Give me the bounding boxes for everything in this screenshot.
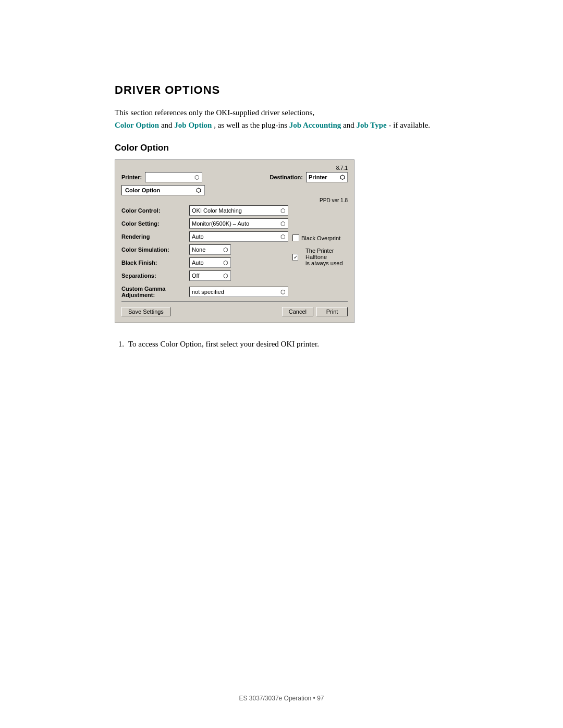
subsection-title: Color Option xyxy=(115,143,448,153)
printer-halftone-checkbox[interactable]: ✓ xyxy=(292,254,298,261)
custom-gamma-value: not specified xyxy=(192,289,224,295)
color-control-arrow: ⬡ xyxy=(280,207,286,214)
color-setting-select[interactable]: Monitor(6500K) – Auto ⬡ xyxy=(189,218,288,229)
color-simulation-label: Color Simulation: xyxy=(121,246,189,253)
printer-halftone-line1: The Printer Halftone xyxy=(305,248,348,260)
custom-gamma-row: Custom GammaAdjustment: not specified ⬡ xyxy=(121,286,348,298)
color-setting-arrow: ⬡ xyxy=(280,220,286,227)
printer-select-arrow: ⬡ xyxy=(194,174,200,181)
color-simulation-arrow: ⬡ xyxy=(223,246,228,253)
color-setting-value: Monitor(6500K) – Auto xyxy=(192,220,249,227)
list-item: 1. To access Color Option, first select … xyxy=(115,338,448,350)
black-finish-arrow: ⬡ xyxy=(223,260,228,266)
color-control-control: OKI Color Matching ⬡ xyxy=(189,205,288,216)
custom-gamma-label1: Custom Gamma xyxy=(121,286,165,292)
printer-dialog: 8.7.1 Printer: ⬡ Destination: Printer ⬡ xyxy=(115,159,354,323)
color-setting-label: Color Setting: xyxy=(121,220,189,227)
custom-gamma-arrow: ⬡ xyxy=(280,289,286,295)
printer-halftone-row: ✓ The Printer Halftone is always used xyxy=(292,248,348,266)
intro-end-1: , as well as the plug-ins xyxy=(214,121,289,129)
instruction-list: 1. To access Color Option, first select … xyxy=(115,338,448,350)
separations-select[interactable]: Off ⬡ xyxy=(189,270,231,281)
job-option-link[interactable]: Job Option xyxy=(174,121,212,129)
destination-arrow: ⬡ xyxy=(340,174,345,181)
color-option-value: Color Option xyxy=(125,187,160,193)
destination-label: Destination: xyxy=(270,174,303,180)
list-number: 1. xyxy=(115,338,124,350)
rendering-control: Auto ⬡ xyxy=(189,231,288,242)
rendering-arrow: ⬡ xyxy=(280,233,286,240)
cancel-button[interactable]: Cancel xyxy=(282,307,313,316)
dialog-version: 8.7.1 xyxy=(121,165,348,171)
printer-halftone-label: The Printer Halftone is always used xyxy=(305,248,348,266)
intro-and-2: and xyxy=(343,121,356,129)
separations-control: Off ⬡ xyxy=(189,270,288,281)
dialog-footer: Save Settings Cancel Print xyxy=(121,307,348,316)
rendering-select[interactable]: Auto ⬡ xyxy=(189,231,288,242)
color-option-arrow: ⬡ xyxy=(196,187,201,194)
custom-gamma-control: not specified ⬡ xyxy=(189,287,348,297)
color-control-select[interactable]: OKI Color Matching ⬡ xyxy=(189,205,288,216)
separations-label: Separations: xyxy=(121,273,189,279)
custom-gamma-label: Custom GammaAdjustment: xyxy=(121,286,189,298)
print-button[interactable]: Print xyxy=(316,307,348,316)
footer-text: ES 3037/3037e Operation • 97 xyxy=(239,695,324,702)
color-option-link[interactable]: Color Option xyxy=(115,121,159,129)
split-layout: Color Control: OKI Color Matching ⬡ Colo… xyxy=(121,205,348,283)
rendering-label: Rendering xyxy=(121,233,189,240)
rendering-row: Rendering Auto ⬡ xyxy=(121,231,288,242)
custom-gamma-select[interactable]: not specified ⬡ xyxy=(189,287,288,297)
intro-suffix: - if available. xyxy=(389,121,431,129)
intro-paragraph: This section references only the OKI-sup… xyxy=(115,106,448,131)
black-finish-label: Black Finish: xyxy=(121,260,189,266)
color-simulation-control: None ⬡ xyxy=(189,244,288,255)
rendering-value: Auto xyxy=(192,233,204,240)
black-overprint-checkbox[interactable] xyxy=(292,235,299,241)
job-accounting-link[interactable]: Job Accounting xyxy=(289,121,341,129)
left-panel: Color Control: OKI Color Matching ⬡ Colo… xyxy=(121,205,288,283)
separations-row: Separations: Off ⬡ xyxy=(121,270,288,281)
separations-value: Off xyxy=(192,273,199,279)
destination-value: Printer xyxy=(309,174,327,180)
footer-btn-group: Cancel Print xyxy=(282,307,348,316)
page-footer: ES 3037/3037e Operation • 97 xyxy=(0,695,563,702)
color-control-label: Color Control: xyxy=(121,207,189,214)
intro-and-1: and xyxy=(161,121,174,129)
color-simulation-select[interactable]: None ⬡ xyxy=(189,244,231,255)
color-control-value: OKI Color Matching xyxy=(192,207,242,214)
printer-halftone-line2: is always used xyxy=(305,260,348,266)
job-type-link[interactable]: Job Type xyxy=(357,121,387,129)
destination-select[interactable]: Printer ⬡ xyxy=(306,172,348,182)
list-item-text: To access Color Option, first select you… xyxy=(128,338,319,350)
color-setting-row: Color Setting: Monitor(6500K) – Auto ⬡ xyxy=(121,218,288,229)
color-simulation-row: Color Simulation: None ⬡ xyxy=(121,244,288,255)
save-settings-button[interactable]: Save Settings xyxy=(121,307,170,316)
printer-row: Printer: ⬡ Destination: Printer ⬡ xyxy=(121,172,348,182)
color-simulation-value: None xyxy=(192,246,205,253)
black-finish-control: Auto ⬡ xyxy=(189,257,288,268)
black-overprint-row: Black Overprint xyxy=(292,235,348,241)
printer-label: Printer: xyxy=(121,174,142,180)
custom-gamma-label2: Adjustment: xyxy=(121,292,155,298)
right-panel: Black Overprint ✓ The Printer Halftone i… xyxy=(292,205,348,266)
ppd-version: PPD ver 1.8 xyxy=(121,198,348,203)
black-finish-select[interactable]: Auto ⬡ xyxy=(189,257,231,268)
color-control-row: Color Control: OKI Color Matching ⬡ xyxy=(121,205,288,216)
black-overprint-label: Black Overprint xyxy=(301,235,340,241)
page-title: DRIVER OPTIONS xyxy=(115,83,448,97)
color-option-row: Color Option ⬡ xyxy=(121,185,348,195)
color-setting-control: Monitor(6500K) – Auto ⬡ xyxy=(189,218,288,229)
footer-separator xyxy=(121,301,348,302)
black-finish-value: Auto xyxy=(192,260,204,266)
printer-select[interactable]: ⬡ xyxy=(145,172,202,182)
separations-arrow: ⬡ xyxy=(223,273,228,279)
intro-text-start: This section references only the OKI-sup… xyxy=(115,108,314,117)
black-finish-row: Black Finish: Auto ⬡ xyxy=(121,257,288,268)
color-option-select[interactable]: Color Option ⬡ xyxy=(121,185,205,195)
